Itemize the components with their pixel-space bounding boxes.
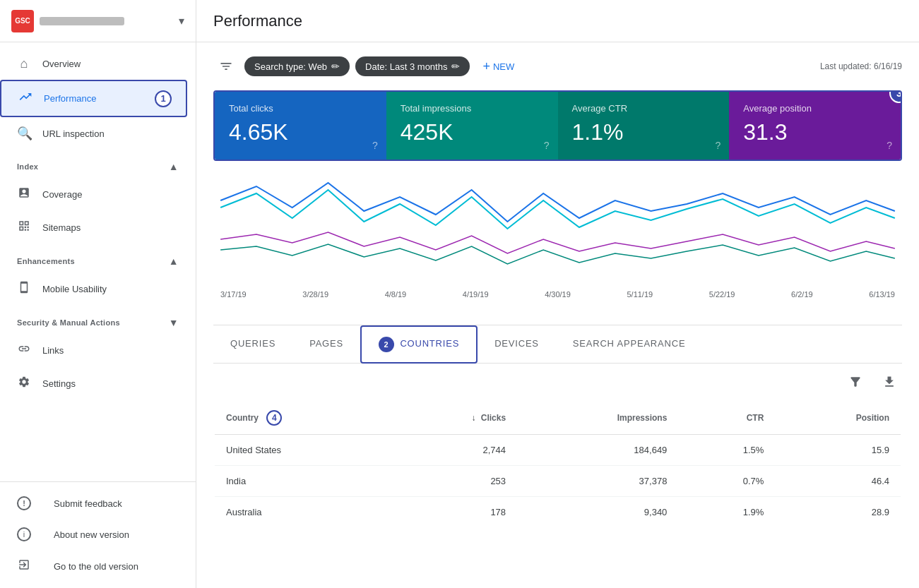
average-ctr-card[interactable]: Average CTR 1.1% ? [558,92,730,160]
sidebar-item-settings-label: Settings [42,378,76,389]
ctr-value: 1.1% [572,119,716,145]
enhancements-section-label: Enhancements [17,257,75,265]
clicks-value: 4.65K [229,119,372,145]
enhancements-section-header: Enhancements ▲ [0,244,196,272]
search-type-edit-icon: ✏ [331,61,340,72]
chart-date-3: 4/19/19 [463,290,489,299]
sidebar-item-url-inspection-label: URL inspection [42,128,105,139]
filter-icon-button[interactable] [213,54,239,79]
sidebar-item-mobile-usability[interactable]: Mobile Usability [0,272,187,306]
col-header-country: Country 4 [214,401,391,435]
sidebar-logo: GSC ▾ [0,0,196,42]
sidebar-item-overview[interactable]: ⌂ Overview [0,48,187,80]
index-collapse-icon[interactable]: ▲ [169,161,179,172]
sidebar-item-mobile-usability-label: Mobile Usability [42,284,107,294]
ctr-help-icon[interactable]: ? [715,140,721,151]
countries-count-badge: 2 [379,337,394,352]
tab-queries[interactable]: QUERIES [213,328,292,361]
cell-impressions-2: 9,340 [517,497,678,529]
cell-impressions-1: 37,378 [517,466,678,497]
app-logo-icon: GSC [11,10,34,32]
about-new-version-button[interactable]: i About new version [0,519,196,550]
search-type-chip-label: Search type: Web [254,61,327,72]
chart-date-labels: 3/17/19 3/28/19 4/8/19 4/19/19 4/30/19 5… [213,290,902,299]
page-header: Performance [196,0,919,42]
tab-countries[interactable]: 2 COUNTRIES [360,325,478,364]
go-to-old-version-label: Go to the old version [54,561,138,572]
tab-search-appearance-label: SEARCH APPEARANCE [573,338,686,349]
main-body: Search type: Web ✏ Date: Last 3 months ✏… [196,42,919,588]
new-label: NEW [493,61,514,72]
chart-date-1: 3/28/19 [302,290,328,299]
filter-toolbar: Search type: Web ✏ Date: Last 3 months ✏… [213,54,902,79]
sidebar-item-performance[interactable]: Performance 1 [0,80,187,117]
performance-icon [18,90,32,107]
col-header-impressions[interactable]: Impressions [517,401,678,435]
sidebar: GSC ▾ ⌂ Overview Performance 1 🔍 URL ins… [0,0,196,588]
chart-date-7: 6/2/19 [791,290,813,299]
sitemaps-icon [17,220,31,236]
col-header-position[interactable]: Position [775,401,901,435]
submit-feedback-button[interactable]: ! Submit feedback [0,488,196,519]
average-position-card[interactable]: Average position 31.3 ? [729,92,901,160]
tab-search-appearance[interactable]: SEARCH APPEARANCE [556,328,703,361]
total-clicks-card[interactable]: Total clicks 4.65K ? [215,92,386,160]
mobile-icon [17,281,31,297]
security-section-header: Security & Manual Actions ▼ [0,306,196,334]
new-filter-button[interactable]: + NEW [475,55,521,78]
filter-table-button[interactable] [843,369,868,395]
ctr-label: Average CTR [572,103,716,114]
sidebar-nav: ⌂ Overview Performance 1 🔍 URL inspectio… [0,42,196,481]
cell-ctr-2: 1.9% [678,497,775,529]
submit-feedback-label: Submit feedback [54,498,122,509]
cell-position-0: 15.9 [775,435,901,466]
impressions-label: Total impressions [401,103,544,114]
cell-impressions-0: 184,649 [517,435,678,466]
settings-icon [17,376,31,392]
security-collapse-icon[interactable]: ▼ [169,317,179,328]
tab-pages[interactable]: PAGES [292,328,360,361]
table-row[interactable]: United States 2,744 184,649 1.5% 15.9 [214,435,901,466]
sidebar-item-links[interactable]: Links [0,334,187,367]
table-row[interactable]: Australia 178 9,340 1.9% 28.9 [214,497,901,529]
cell-clicks-0: 2,744 [391,435,517,466]
cell-country-2: Australia [214,497,391,529]
sidebar-collapse-button[interactable]: ▾ [179,14,184,28]
main-content: Performance Search type: Web ✏ Date: Las… [196,0,919,588]
position-help-icon[interactable]: ? [887,140,892,151]
chart-date-6: 5/22/19 [709,290,735,299]
download-table-button[interactable] [877,369,902,395]
tab-devices[interactable]: DEVICES [478,328,556,361]
sidebar-item-settings[interactable]: Settings [0,367,187,400]
tab-devices-label: DEVICES [494,338,539,349]
table-row[interactable]: India 253 37,378 0.7% 46.4 [214,466,901,497]
search-icon: 🔍 [17,126,31,141]
go-to-old-version-button[interactable]: Go to the old version [0,550,196,582]
cell-country-1: India [214,466,391,497]
col-header-ctr[interactable]: CTR [678,401,775,435]
metrics-container: Total clicks 4.65K ? Total impressions 4… [213,90,902,161]
app-name-placeholder [40,17,124,25]
cell-clicks-2: 178 [391,497,517,529]
tabs-section: QUERIES PAGES 2 COUNTRIES DEVICES SEARCH… [213,325,902,529]
col-header-clicks[interactable]: ↓ Clicks [391,401,517,435]
total-impressions-card[interactable]: Total impressions 425K ? [386,92,558,160]
sidebar-item-url-inspection[interactable]: 🔍 URL inspection [0,117,187,150]
position-value: 31.3 [743,119,887,145]
sidebar-item-links-label: Links [42,345,64,356]
sidebar-item-coverage[interactable]: Coverage [0,178,187,211]
step-1-badge: 1 [155,90,172,107]
clicks-col-label: Clicks [481,413,506,423]
clicks-help-icon[interactable]: ? [372,140,378,151]
search-type-chip[interactable]: Search type: Web ✏ [244,56,350,76]
impressions-help-icon[interactable]: ? [544,140,550,151]
performance-chart: 3/17/19 3/28/19 4/8/19 4/19/19 4/30/19 5… [213,172,902,313]
enhancements-collapse-icon[interactable]: ▲ [169,256,179,267]
date-chip[interactable]: Date: Last 3 months ✏ [355,56,470,76]
sidebar-item-sitemaps[interactable]: Sitemaps [0,211,187,244]
ctr-col-label: CTR [747,413,764,423]
plus-icon: + [482,59,490,74]
impressions-col-label: Impressions [617,413,668,423]
home-icon: ⌂ [17,56,31,71]
position-col-label: Position [856,413,889,423]
